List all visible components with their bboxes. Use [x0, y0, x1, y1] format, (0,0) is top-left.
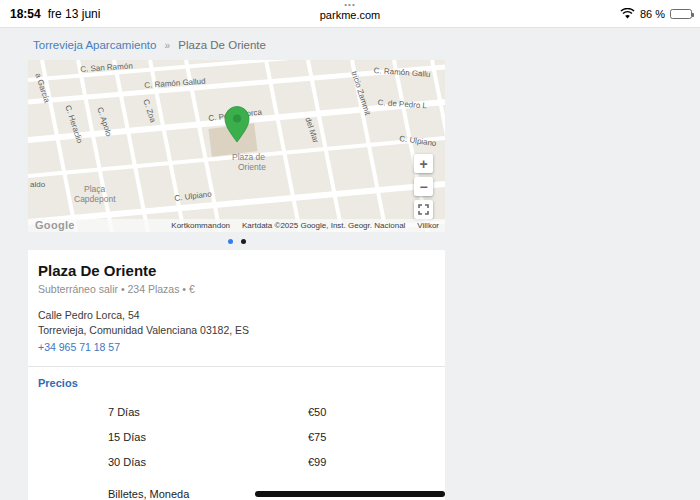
breadcrumb-separator: »: [165, 40, 171, 51]
price-amount: €75: [308, 431, 398, 443]
address-block: Calle Pedro Lorca, 54 Torrevieja, Comuni…: [38, 308, 435, 337]
place-label: Capdepont: [74, 194, 116, 204]
terms-link[interactable]: Villkor: [417, 221, 439, 230]
place-label: Plaça: [84, 184, 105, 194]
date-label: fre 13 juni: [48, 7, 101, 21]
detail-card: Plaza De Oriente Subterráneo salir • 234…: [28, 250, 445, 500]
google-logo[interactable]: Google: [35, 219, 75, 231]
divider: [28, 366, 445, 367]
wifi-icon: [620, 5, 635, 23]
phone-link[interactable]: +34 965 71 18 57: [38, 341, 120, 353]
screen: 18:54fre 13 juni ••• parkme.com 86 % Tor…: [0, 0, 700, 500]
map-attribution: Kortkommandon Kartdata ©2025 Google, Ins…: [28, 219, 445, 232]
price-duration: 7 Días: [108, 406, 308, 418]
price-duration: 15 Días: [108, 431, 308, 443]
home-indicator[interactable]: [255, 491, 445, 497]
address-line-1: Calle Pedro Lorca, 54: [38, 308, 435, 323]
status-bar: 18:54fre 13 juni ••• parkme.com 86 %: [0, 0, 700, 28]
breadcrumb-parent-link[interactable]: Torrevieja Aparcamiento: [33, 39, 156, 51]
battery-icon: [670, 9, 692, 19]
page-title: Plaza De Oriente: [38, 262, 435, 279]
breadcrumb: Torrevieja Aparcamiento » Plaza De Orien…: [33, 39, 266, 51]
address-line-2: Torrevieja, Comunidad Valenciana 03182, …: [38, 323, 435, 338]
status-center: ••• parkme.com: [320, 1, 381, 22]
carousel-dot-2[interactable]: [241, 239, 246, 244]
fullscreen-icon: [418, 204, 429, 215]
map-marker-pin[interactable]: [222, 104, 252, 144]
price-amount: €99: [308, 456, 398, 468]
price-row: 15 Días €75: [38, 424, 435, 449]
battery-percent: 86 %: [640, 8, 665, 20]
carousel-dot-1[interactable]: [228, 239, 233, 244]
price-amount: €50: [308, 406, 398, 418]
status-left: 18:54fre 13 juni: [10, 7, 100, 21]
price-table: 7 Días €50 15 Días €75 30 Días €99: [38, 399, 435, 474]
place-label: Oriente: [238, 162, 266, 172]
place-label: Plaza de: [232, 152, 265, 162]
price-duration: 30 Días: [108, 456, 308, 468]
url-domain: parkme.com: [320, 9, 381, 22]
price-row: 7 Días €50: [38, 399, 435, 424]
street-label: aldo: [30, 180, 45, 189]
map-canvas[interactable]: C. San Ramón C. Ramón Gallud C. Zoa C. A…: [28, 60, 445, 232]
fullscreen-button[interactable]: [414, 200, 433, 219]
breadcrumb-current: Plaza De Oriente: [178, 39, 266, 51]
price-row: 30 Días €99: [38, 449, 435, 474]
tab-overflow-dots: •••: [320, 1, 381, 9]
content-column: C. San Ramón C. Ramón Gallud C. Zoa C. A…: [28, 60, 445, 500]
zoom-out-button[interactable]: −: [414, 177, 433, 196]
status-right: 86 %: [620, 0, 692, 28]
facility-subtitle: Subterráneo salir • 234 Plazas • €: [38, 283, 435, 295]
clock: 18:54: [10, 7, 41, 21]
map-streets: [28, 60, 445, 232]
keyboard-shortcuts-link[interactable]: Kortkommandon: [171, 221, 230, 230]
zoom-in-button[interactable]: +: [414, 154, 433, 173]
prices-heading: Precios: [38, 377, 435, 389]
map-copyright: Kartdata ©2025 Google, Inst. Geogr. Naci…: [242, 221, 405, 230]
carousel-dots: [28, 232, 445, 250]
